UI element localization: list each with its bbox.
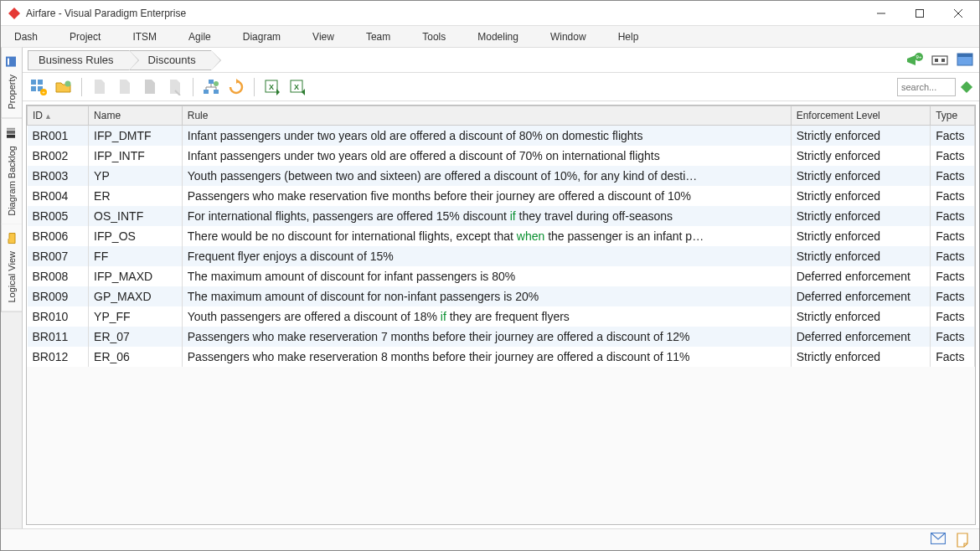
table-row[interactable]: BR002IFP_INTFInfant passengers under two… xyxy=(28,146,975,166)
col-header-rule[interactable]: Rule xyxy=(182,106,791,126)
svg-rect-12 xyxy=(932,56,947,64)
cell: Strictly enforced xyxy=(791,166,931,186)
menu-team[interactable]: Team xyxy=(361,28,395,46)
mail-icon[interactable] xyxy=(931,533,946,548)
menu-itsm[interactable]: ITSM xyxy=(127,28,162,46)
cell: ER xyxy=(89,186,183,206)
menu-agile[interactable]: Agile xyxy=(183,28,216,46)
table-row[interactable]: BR010YP_FFYouth passengers are offered a… xyxy=(28,306,975,327)
cell: Facts xyxy=(931,286,975,306)
hierarchy-button[interactable] xyxy=(200,76,222,98)
cell: Strictly enforced xyxy=(791,126,931,147)
table-row[interactable]: BR006IFP_OSThere would be no discount fo… xyxy=(28,226,975,246)
note-icon[interactable] xyxy=(956,533,971,548)
menu-diagram[interactable]: Diagram xyxy=(238,28,286,46)
menu-window[interactable]: Window xyxy=(545,28,591,46)
table-row[interactable]: BR003YPYouth passengers (between two and… xyxy=(28,166,975,186)
cell: Facts xyxy=(931,327,975,347)
cell: BR002 xyxy=(28,146,89,166)
table-row[interactable]: BR008IFP_MAXDThe maximum amount of disco… xyxy=(28,266,975,286)
col-header-name[interactable]: Name xyxy=(89,106,183,126)
excel-export-button[interactable]: X xyxy=(286,76,308,98)
cell: Facts xyxy=(931,126,975,147)
doc-button-1[interactable] xyxy=(89,76,111,98)
svg-rect-14 xyxy=(941,59,945,62)
cell: BR001 xyxy=(28,126,89,147)
cell: There would be no discount for internati… xyxy=(182,226,791,246)
folder-open-button[interactable] xyxy=(53,76,75,98)
minimize-button[interactable] xyxy=(862,1,900,26)
table-row[interactable]: BR007FFFrequent flyer enjoys a discount … xyxy=(28,246,975,266)
side-tab-logical-view[interactable]: Logical View xyxy=(1,224,22,312)
grid-add-button[interactable]: + xyxy=(28,76,49,98)
table-row[interactable]: BR004ERPassengers who make reservation f… xyxy=(28,186,975,206)
side-tab-icon xyxy=(5,127,18,141)
panel-icon[interactable] xyxy=(956,51,974,70)
side-tab-property[interactable]: Property xyxy=(1,48,22,119)
table-row[interactable]: BR009GP_MAXDThe maximum amount of discou… xyxy=(28,286,975,306)
table-row[interactable]: BR011ER_07Passengers who make reserverat… xyxy=(28,327,975,347)
cell: Facts xyxy=(931,306,975,327)
cell: Deferred enforcement xyxy=(791,286,931,306)
cell: Frequent flyer enjoys a discount of 15% xyxy=(182,246,791,266)
col-header-type[interactable]: Type xyxy=(931,106,975,126)
cell: IFP_DMTF xyxy=(89,126,183,147)
table-row[interactable]: BR001IFP_DMTFInfant passengers under two… xyxy=(28,126,975,147)
menu-dash[interactable]: Dash xyxy=(9,28,43,46)
cell: FF xyxy=(89,246,183,266)
svg-rect-13 xyxy=(935,59,938,62)
title-bar: Airfare - Visual Paradigm Enterprise xyxy=(1,1,979,26)
search-go-icon[interactable] xyxy=(961,80,972,92)
cell: Passengers who make reserveration 8 mont… xyxy=(182,347,791,367)
rules-table-container: ID▲ Name Rule Enforcement Level Type BR0… xyxy=(26,105,976,525)
status-bar xyxy=(1,528,979,550)
cell: Facts xyxy=(931,347,975,367)
doc-button-3[interactable] xyxy=(139,76,161,98)
cell: Facts xyxy=(931,266,975,286)
col-header-id[interactable]: ID▲ xyxy=(28,106,89,126)
cell: BR012 xyxy=(28,347,89,367)
col-header-enforcement[interactable]: Enforcement Level xyxy=(791,106,931,126)
refresh-button[interactable] xyxy=(225,76,247,98)
svg-text:9+: 9+ xyxy=(916,54,922,59)
menu-bar: DashProjectITSMAgileDiagramViewTeamTools… xyxy=(1,26,979,48)
menu-modeling[interactable]: Modeling xyxy=(472,28,524,46)
svg-rect-17 xyxy=(31,80,36,85)
table-row[interactable]: BR005OS_INTFFor international flights, p… xyxy=(28,206,975,226)
cell: Deferred enforcement xyxy=(791,327,931,347)
doc-button-2[interactable] xyxy=(114,76,136,98)
announce-icon[interactable]: 9+ xyxy=(905,51,924,70)
breadcrumb-item[interactable]: Business Rules xyxy=(28,50,129,70)
maximize-button[interactable] xyxy=(900,1,939,26)
header-right-icons: 9+ xyxy=(905,51,974,70)
menu-tools[interactable]: Tools xyxy=(417,28,451,46)
side-tab-diagram-backlog[interactable]: Diagram Backlog xyxy=(1,119,22,225)
menu-help[interactable]: Help xyxy=(613,28,644,46)
menu-project[interactable]: Project xyxy=(64,28,106,46)
cell: Strictly enforced xyxy=(791,306,931,327)
overview-icon[interactable] xyxy=(931,51,949,70)
table-row[interactable]: BR012ER_06Passengers who make reserverat… xyxy=(28,347,975,367)
svg-rect-16 xyxy=(957,54,972,57)
svg-rect-2 xyxy=(916,9,924,17)
cell: Youth passengers (between two and sixtee… xyxy=(182,166,791,186)
cell: BR010 xyxy=(28,306,89,327)
svg-text:+: + xyxy=(42,90,45,95)
svg-rect-7 xyxy=(7,135,15,138)
cell: IFP_MAXD xyxy=(89,266,183,286)
cell: IFP_OS xyxy=(89,226,183,246)
doc-button-4[interactable] xyxy=(164,76,186,98)
svg-rect-25 xyxy=(204,90,209,94)
cell: Strictly enforced xyxy=(791,186,931,206)
menu-view[interactable]: View xyxy=(307,28,339,46)
cell: Strictly enforced xyxy=(791,347,931,367)
excel-import-button[interactable]: X xyxy=(261,76,283,98)
side-tab-label: Logical View xyxy=(7,251,17,303)
cell: YP xyxy=(89,166,183,186)
close-button[interactable] xyxy=(939,1,977,26)
breadcrumb-item[interactable]: Discounts xyxy=(129,50,211,70)
breadcrumb-row: Business RulesDiscounts 9+ xyxy=(23,48,979,73)
cell: Youth passengers are offered a discount … xyxy=(182,306,791,327)
search-input[interactable] xyxy=(897,78,956,96)
window-title: Airfare - Visual Paradigm Enterprise xyxy=(26,8,862,19)
